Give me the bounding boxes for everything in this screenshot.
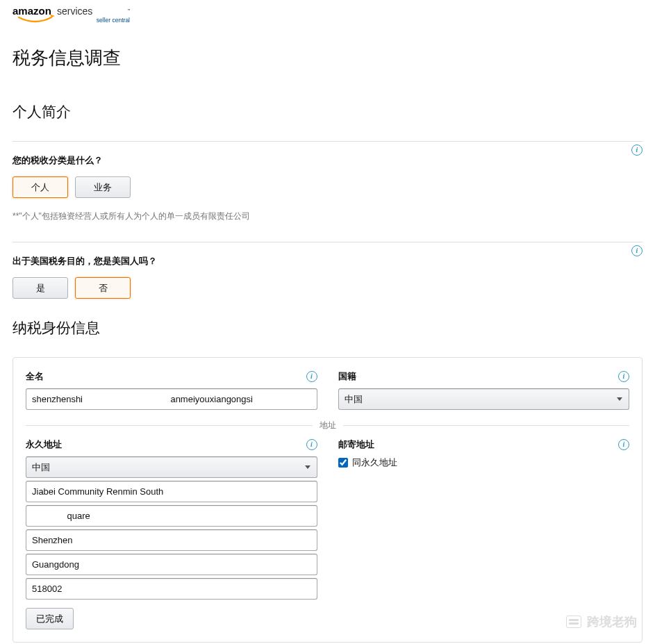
us-person-section: i 出于美国税务目的，您是美国人吗？ 是 否: [13, 242, 642, 299]
svg-text:amazon: amazon: [13, 5, 51, 17]
option-business-button[interactable]: 业务: [75, 176, 131, 198]
fullname-input[interactable]: [26, 388, 317, 410]
address-divider-label: 地址: [313, 420, 343, 431]
svg-text:™: ™: [127, 8, 131, 12]
svg-text:services: services: [57, 6, 92, 17]
perm-addr-label: 永久地址: [26, 438, 62, 451]
profile-heading: 个人简介: [13, 102, 642, 122]
same-as-permanent-label: 同永久地址: [352, 456, 397, 469]
perm-addr-line1-input[interactable]: [26, 481, 317, 502]
nationality-select[interactable]: 中国: [338, 388, 630, 410]
svg-text:seller central: seller central: [97, 17, 130, 24]
q1-label: 您的税收分类是什么？: [13, 154, 642, 167]
option-no-button[interactable]: 否: [75, 277, 131, 299]
mail-addr-label: 邮寄地址: [338, 438, 374, 451]
perm-addr-country-select[interactable]: 中国: [26, 456, 317, 478]
page-title: 税务信息调查: [13, 46, 642, 70]
option-yes-button[interactable]: 是: [13, 277, 68, 299]
tax-classification-section: i 您的税收分类是什么？ 个人 业务 **"个人"包括独资经营人或所有人为个人的…: [13, 141, 642, 222]
fullname-label: 全名: [26, 370, 44, 383]
info-icon[interactable]: i: [631, 145, 642, 156]
option-individual-button[interactable]: 个人: [13, 176, 68, 198]
info-icon[interactable]: i: [631, 245, 642, 256]
amazon-logo-svg: amazon services ™ seller central: [13, 4, 131, 33]
info-icon[interactable]: i: [306, 371, 317, 382]
mailing-address-field: 邮寄地址 i 同永久地址: [338, 438, 630, 629]
q2-label: 出于美国税务目的，您是美国人吗？: [13, 255, 642, 267]
perm-addr-postal-input[interactable]: [26, 578, 317, 600]
info-icon[interactable]: i: [618, 371, 629, 382]
fullname-field: 全名 i: [26, 370, 317, 410]
info-icon[interactable]: i: [618, 439, 629, 450]
perm-addr-province-input[interactable]: [26, 554, 317, 575]
perm-addr-line2-input[interactable]: [26, 505, 317, 527]
perm-addr-city-input[interactable]: [26, 529, 317, 551]
nationality-field: 国籍 i 中国: [338, 370, 630, 410]
info-icon[interactable]: i: [306, 439, 317, 450]
identity-heading: 纳税身份信息: [13, 318, 642, 338]
nationality-label: 国籍: [338, 370, 356, 383]
same-as-permanent-checkbox[interactable]: [338, 458, 348, 468]
address-done-button[interactable]: 已完成: [26, 608, 74, 629]
same-as-permanent-row[interactable]: 同永久地址: [338, 456, 630, 469]
address-divider: 地址: [26, 425, 629, 426]
amazon-services-logo: amazon services ™ seller central: [13, 4, 642, 36]
q1-note: **"个人"包括独资经营人或所有人为个人的单一成员有限责任公司: [13, 210, 642, 222]
permanent-address-field: 永久地址 i 中国 已完成: [26, 438, 317, 629]
identity-box: 全名 i 国籍 i 中国 地址 永久地址 i: [13, 357, 642, 643]
